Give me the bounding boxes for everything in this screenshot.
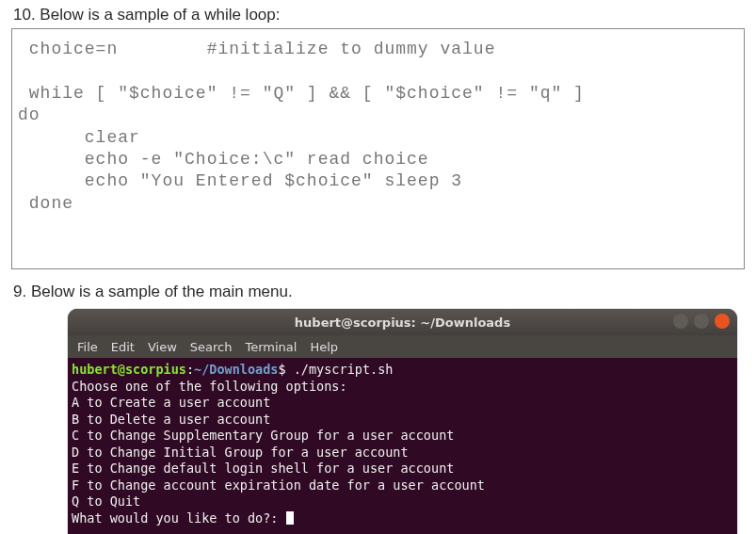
output-line: Q to Quit xyxy=(72,494,140,509)
output-line: A to Create a user account xyxy=(72,395,270,410)
prompt-user: hubert@scorpius xyxy=(72,362,186,377)
output-line: D to Change Initial Group for a user acc… xyxy=(72,445,409,460)
minimize-icon[interactable] xyxy=(673,314,688,329)
prompt-path: ~/Downloads xyxy=(194,362,278,377)
command-text: ./myscript.sh xyxy=(294,362,394,377)
terminal-title: hubert@scorpius: ~/Downloads xyxy=(295,316,510,330)
maximize-icon[interactable] xyxy=(694,314,709,329)
terminal-titlebar: hubert@scorpius: ~/Downloads xyxy=(68,309,737,335)
item-9-heading: 9. Below is a sample of the main menu. xyxy=(0,277,756,305)
item-10-heading: 10. Below is a sample of a while loop: xyxy=(0,0,756,28)
menu-view[interactable]: View xyxy=(148,340,177,354)
output-line: Choose one of the following options: xyxy=(72,379,347,394)
menu-edit[interactable]: Edit xyxy=(111,340,135,354)
prompt-sep: : xyxy=(186,362,194,377)
menu-terminal[interactable]: Terminal xyxy=(245,340,297,354)
cursor-icon xyxy=(286,511,294,525)
output-line: B to Delete a user account xyxy=(72,412,270,427)
terminal-menubar: File Edit View Search Terminal Help xyxy=(68,335,737,358)
output-line: E to Change default login shell for a us… xyxy=(72,461,454,476)
output-line: F to Change account expiration date for … xyxy=(72,477,485,493)
terminal-window: hubert@scorpius: ~/Downloads File Edit V… xyxy=(68,309,737,534)
menu-help[interactable]: Help xyxy=(310,340,338,354)
close-icon[interactable] xyxy=(715,314,730,329)
prompt-dollar: $ xyxy=(278,362,293,377)
code-sample-box: choice=n #initialize to dummy value whil… xyxy=(11,28,745,269)
menu-file[interactable]: File xyxy=(77,340,98,354)
output-line: C to Change Supplementary Group for a us… xyxy=(72,428,454,443)
menu-search[interactable]: Search xyxy=(190,340,233,354)
terminal-body[interactable]: hubert@scorpius:~/Downloads$ ./myscript.… xyxy=(68,358,737,534)
window-controls xyxy=(673,314,730,329)
output-line: What would you like to do?: xyxy=(72,510,286,526)
